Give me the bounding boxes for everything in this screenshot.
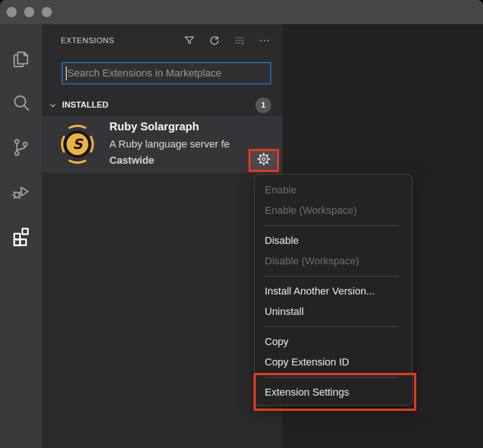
text-caret <box>66 66 67 80</box>
git-branch-icon <box>10 137 32 160</box>
menu-item-enable: Enable <box>254 180 412 200</box>
maximize-button[interactable] <box>42 7 52 17</box>
extension-context-menu: Enable Enable (Workspace) Disable Disabl… <box>254 174 413 406</box>
extension-description: A Ruby language server fe <box>109 138 254 150</box>
menu-separator <box>264 225 399 226</box>
installed-section-header[interactable]: INSTALLED 1 <box>42 95 282 115</box>
extensions-sidebar: EXTENSIONS <box>42 24 282 448</box>
search-placeholder: Search Extensions in Marketplace <box>67 67 222 79</box>
sidebar-item-run-debug[interactable] <box>0 171 42 214</box>
sidebar-item-search[interactable] <box>0 83 42 126</box>
ruby-solargraph-icon: S <box>56 122 99 166</box>
activity-bar <box>0 24 42 448</box>
menu-item-disable-workspace: Disable (Workspace) <box>254 251 412 271</box>
search-icon <box>10 93 32 116</box>
filter-icon[interactable] <box>182 33 196 47</box>
section-label: INSTALLED <box>62 100 108 110</box>
extension-publisher: Castwide <box>109 154 154 166</box>
menu-item-copy-extension-id[interactable]: Copy Extension ID <box>254 352 412 372</box>
menu-separator <box>264 377 399 378</box>
extension-list-item[interactable]: S Ruby Solargraph A Ruby language server… <box>42 116 282 173</box>
refresh-icon[interactable] <box>207 33 221 47</box>
menu-item-copy[interactable]: Copy <box>254 332 412 352</box>
menu-item-disable[interactable]: Disable <box>254 230 412 251</box>
sidebar-item-source-control[interactable] <box>0 127 42 170</box>
close-button[interactable] <box>6 7 17 17</box>
menu-item-install-another-version[interactable]: Install Another Version... <box>254 281 412 301</box>
chevron-down-icon <box>47 100 58 113</box>
menu-item-extension-settings[interactable]: Extension Settings <box>254 382 412 403</box>
gear-icon <box>256 152 271 168</box>
count-badge: 1 <box>255 97 271 113</box>
menu-separator <box>264 276 399 276</box>
extension-name: Ruby Solargraph <box>109 120 199 133</box>
more-actions-icon[interactable] <box>257 33 271 47</box>
debug-icon <box>10 181 32 204</box>
sidebar-item-extensions[interactable] <box>0 215 42 258</box>
sidebar-header: EXTENSIONS <box>42 24 282 58</box>
clear-search-icon <box>232 33 246 47</box>
menu-separator <box>264 326 399 327</box>
vscode-window: EXTENSIONS <box>0 0 483 448</box>
files-icon <box>10 49 32 72</box>
minimize-button[interactable] <box>24 7 34 17</box>
search-input[interactable]: Search Extensions in Marketplace <box>62 62 271 84</box>
sidebar-title: EXTENSIONS <box>61 36 114 45</box>
menu-item-enable-workspace: Enable (Workspace) <box>254 200 412 221</box>
manage-gear-button[interactable] <box>251 150 276 170</box>
svg-text:S: S <box>72 136 83 152</box>
menu-item-uninstall[interactable]: Uninstall <box>254 301 412 322</box>
extensions-icon <box>10 225 32 248</box>
sidebar-item-explorer[interactable] <box>0 38 42 82</box>
title-bar <box>0 0 483 24</box>
